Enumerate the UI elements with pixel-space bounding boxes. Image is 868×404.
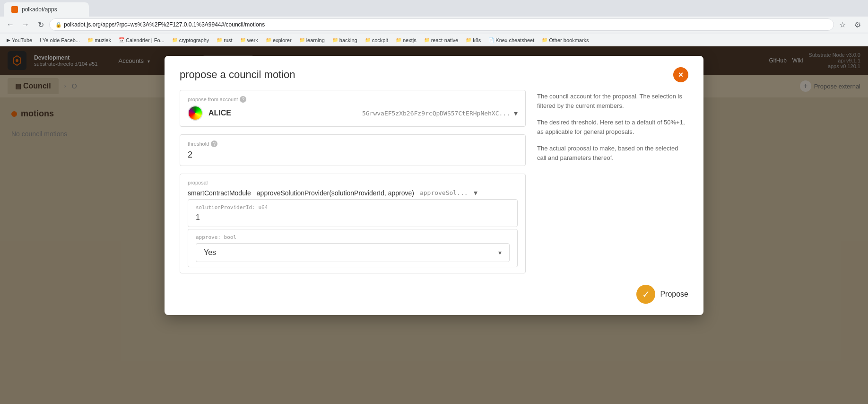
proposal-dropdown-button[interactable]: ▾ xyxy=(474,188,477,197)
bookmark-k8s-label: k8s xyxy=(473,37,481,43)
modal-dialog: propose a council motion × propose from … xyxy=(165,56,703,315)
account-hint: The council account for the proposal. Th… xyxy=(537,92,688,110)
bookmark-cryptography[interactable]: 📁 cryptography xyxy=(169,36,212,44)
bookmark-rust[interactable]: 📁 rust xyxy=(214,36,235,44)
modal-form: propose from account ? ALICE 5GrwvaEF5zX… xyxy=(180,90,526,273)
account-field-group: propose from account ? ALICE 5GrwvaEF5zX… xyxy=(180,90,526,127)
proposal-short: approveSol... xyxy=(420,189,468,196)
folder-explorer-icon: 📁 xyxy=(266,37,271,43)
account-help-icon[interactable]: ? xyxy=(240,96,246,103)
proposal-hint: The actual proposal to make, based on th… xyxy=(537,144,688,162)
folder-werk-icon: 📁 xyxy=(240,37,246,43)
bookmark-knex[interactable]: 📄 Knex cheatsheet xyxy=(486,36,537,44)
modal-close-button[interactable]: × xyxy=(673,67,688,82)
bookmark-other[interactable]: 📁 Other bookmarks xyxy=(539,36,591,44)
threshold-hint: The desired threshold. Here set to a def… xyxy=(537,118,688,136)
folder-k8s-icon: 📁 xyxy=(466,37,471,43)
bookmark-muziek-label: muziek xyxy=(95,37,111,43)
bookmark-k8s[interactable]: 📁 k8s xyxy=(463,36,484,44)
bookmark-explorer[interactable]: 📁 explorer xyxy=(263,36,295,44)
folder-learning-icon: 📁 xyxy=(299,37,305,43)
bookmark-nextjs-label: nextjs xyxy=(403,37,417,43)
solution-provider-id-label: solutionProviderId: u64 xyxy=(196,204,510,211)
bookmark-muziek[interactable]: 📁 muziek xyxy=(85,36,114,44)
youtube-icon: ▶ xyxy=(7,37,10,43)
calendar-icon: 📅 xyxy=(119,37,124,43)
folder-other-icon: 📁 xyxy=(542,37,547,43)
account-field-label: propose from account ? xyxy=(188,96,518,103)
bookmark-cockpit-label: cockpit xyxy=(372,37,388,43)
modal-hints: The council account for the proposal. Th… xyxy=(537,90,688,273)
solution-provider-id-value[interactable]: 1 xyxy=(196,213,510,222)
bookmark-calendrier[interactable]: 📅 Calendrier | Fo... xyxy=(116,36,167,44)
bookmark-hacking-label: hacking xyxy=(339,37,357,43)
folder-nextjs-icon: 📁 xyxy=(396,37,401,43)
bookmark-cockpit[interactable]: 📁 cockpit xyxy=(362,36,391,44)
bookmark-werk[interactable]: 📁 werk xyxy=(237,36,261,44)
solution-provider-id-field: solutionProviderId: u64 1 xyxy=(188,199,518,227)
bookmark-learning[interactable]: 📁 learning xyxy=(296,36,328,44)
approve-select-value: Yes xyxy=(204,248,216,257)
browser-toolbar: ← → ↻ 🔒 polkadot.js.org/apps/?rpc=ws%3A%… xyxy=(0,17,868,33)
account-row: ALICE 5GrwvaEF5zXb26Fz9rcQpDWS57CtERHpNe… xyxy=(188,105,518,121)
approve-bool-field: approve: bool Yes ▾ xyxy=(188,229,518,267)
propose-button[interactable]: ✓ Propose xyxy=(636,285,688,304)
browser-chrome: polkadot/apps ← → ↻ 🔒 polkadot.js.org/ap… xyxy=(0,0,868,33)
active-tab[interactable]: polkadot/apps xyxy=(4,2,89,17)
account-avatar xyxy=(188,105,203,121)
bookmark-hacking[interactable]: 📁 hacking xyxy=(330,36,360,44)
approve-bool-label: approve: bool xyxy=(196,234,510,240)
app-container: Development substrate-threefold/104 #51 … xyxy=(0,46,868,404)
bookmark-werk-label: werk xyxy=(247,37,258,43)
address-bar[interactable]: 🔒 polkadot.js.org/apps/?rpc=ws%3A%2F%2F1… xyxy=(49,18,834,31)
folder-crypto-icon: 📁 xyxy=(172,37,178,43)
facebook-icon: f xyxy=(40,37,41,43)
proposal-row: smartContractModule approveSolutionProvi… xyxy=(188,188,518,197)
threshold-field-group: threshold ? 2 xyxy=(180,134,526,166)
bookmark-knex-label: Knex cheatsheet xyxy=(495,37,534,43)
modal-title: propose a council motion xyxy=(180,69,295,81)
account-address: 5GrwvaEF5zXb26Fz9rcQpDWS57CtERHpNehXC... xyxy=(362,110,510,117)
proposal-module: smartContractModule xyxy=(188,189,251,197)
bookmark-youtube[interactable]: ▶ YouTube xyxy=(4,36,35,44)
extensions-button[interactable]: ⚙ xyxy=(851,18,864,31)
folder-cockpit-icon: 📁 xyxy=(365,37,371,43)
bookmark-react-native[interactable]: 📁 react-native xyxy=(421,36,461,44)
tab-favicon xyxy=(11,6,18,13)
approve-select[interactable]: Yes ▾ xyxy=(196,243,510,262)
address-text: polkadot.js.org/apps/?rpc=ws%3A%2F%2F127… xyxy=(64,21,265,28)
modal-footer: ✓ Propose xyxy=(165,285,703,315)
bookmark-other-label: Other bookmarks xyxy=(549,37,589,43)
folder-rust-icon: 📁 xyxy=(217,37,222,43)
bookmark-explorer-label: explorer xyxy=(273,37,292,43)
bookmark-react-native-label: react-native xyxy=(431,37,458,43)
forward-button[interactable]: → xyxy=(19,18,32,31)
bookmark-calendrier-label: Calendrier | Fo... xyxy=(126,37,165,43)
proposal-field-group: proposal smartContractModule approveSolu… xyxy=(180,174,526,273)
lock-icon: 🔒 xyxy=(55,22,62,28)
modal-body: propose from account ? ALICE 5GrwvaEF5zX… xyxy=(165,90,703,285)
account-name: ALICE xyxy=(208,109,231,117)
tab-label: polkadot/apps xyxy=(22,6,57,13)
propose-button-icon: ✓ xyxy=(636,285,655,304)
back-button[interactable]: ← xyxy=(4,18,17,31)
modal-overlay: propose a council motion × propose from … xyxy=(0,46,868,404)
proposal-method: approveSolutionProvider(solutionProvider… xyxy=(257,189,414,197)
bookmark-nextjs[interactable]: 📁 nextjs xyxy=(393,36,419,44)
bookmarks-bar: ▶ YouTube f Ye olde Faceb... 📁 muziek 📅 … xyxy=(0,33,868,46)
bookmark-facebook-label: Ye olde Faceb... xyxy=(43,37,80,43)
doc-icon: 📄 xyxy=(488,37,494,43)
bookmark-rust-label: rust xyxy=(224,37,232,43)
bookmark-facebook[interactable]: f Ye olde Faceb... xyxy=(37,36,83,44)
bookmark-button[interactable]: ☆ xyxy=(836,18,849,31)
threshold-help-icon[interactable]: ? xyxy=(211,141,217,147)
threshold-value: 2 xyxy=(188,150,518,160)
folder-hacking-icon: 📁 xyxy=(332,37,338,43)
bookmark-learning-label: learning xyxy=(306,37,325,43)
refresh-button[interactable]: ↻ xyxy=(34,18,47,31)
modal-header: propose a council motion × xyxy=(165,56,703,90)
account-left: ALICE xyxy=(188,105,231,121)
browser-tabs: polkadot/apps xyxy=(0,0,868,17)
bookmark-youtube-label: YouTube xyxy=(12,37,32,43)
account-dropdown-button[interactable]: ▾ xyxy=(514,109,518,118)
